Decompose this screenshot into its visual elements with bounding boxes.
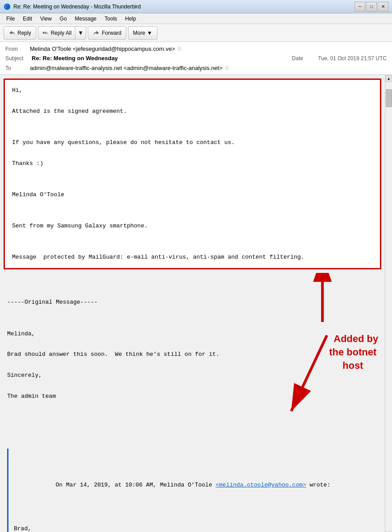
menu-file[interactable]: File [3, 15, 18, 23]
menu-help[interactable]: Help [122, 15, 140, 23]
title-bar: Re: Re: Meeting on Wednesday - Mozilla T… [0, 0, 392, 13]
reply-button[interactable]: Reply [4, 26, 36, 40]
reply-all-label: Reply All [51, 30, 72, 36]
more-label: More [133, 30, 145, 36]
subject-value: Re: Re: Meeting on Wednesday [32, 55, 118, 62]
menu-tools[interactable]: Tools [101, 15, 121, 23]
window-title: Re: Re: Meeting on Wednesday - Mozilla T… [13, 4, 141, 10]
from-value: Melinda O'Toole <jefeseguridad@hippocamp… [30, 45, 387, 52]
to-label: To [5, 65, 30, 71]
email-content: Hi, Attached is the signed agreement. If… [0, 75, 385, 532]
subject-label: Subject [5, 55, 30, 62]
reply-all-dropdown[interactable]: ▼ [75, 26, 86, 40]
reply-all-button[interactable]: Reply All [38, 26, 75, 40]
more-button[interactable]: More ▼ [128, 26, 157, 40]
quoted-intro: On Mar 14, 2019, at 10:06 AM, Melinda O'… [14, 470, 378, 501]
menu-view[interactable]: View [37, 15, 55, 23]
menu-message[interactable]: Message [71, 15, 100, 23]
close-button[interactable]: ✕ [378, 2, 388, 12]
thunderbird-icon [4, 3, 11, 10]
forward-button[interactable]: Forward [88, 26, 126, 40]
email-body-original: -----Original Message----- Melinda, Brad… [0, 273, 385, 532]
menu-bar: File Edit View Go Message Tools Help [0, 13, 392, 24]
scrollbar: ▲ ▼ [385, 75, 392, 532]
reply-all-split: Reply All ▼ [38, 26, 87, 40]
main-layout: Hi, Attached is the signed agreement. If… [0, 75, 392, 532]
scroll-up-button[interactable]: ▲ [385, 75, 392, 82]
menu-edit[interactable]: Edit [19, 15, 36, 23]
quoted-block: On Mar 14, 2019, at 10:06 AM, Melinda O'… [7, 449, 378, 532]
to-value: admin@malware-traffic-analysis.net <admi… [30, 64, 387, 71]
original-message-header: -----Original Message----- [7, 297, 378, 307]
quoted-email-link[interactable]: <melinda.otoole@yahoo.com> [215, 482, 306, 488]
forward-icon [93, 29, 100, 37]
minimize-button[interactable]: ─ [355, 2, 365, 12]
more-dropdown-icon: ▼ [147, 30, 153, 36]
date-value: Tue, 01 Oct 2019 21:57 UTC [318, 55, 387, 62]
to-star-icon[interactable]: ☆ [224, 64, 230, 71]
restore-button[interactable]: □ [366, 2, 377, 12]
from-label: From [5, 46, 30, 52]
date-label: Date [292, 55, 316, 62]
content-with-scroll: Hi, Attached is the signed agreement. If… [0, 75, 392, 532]
svg-point-1 [6, 5, 8, 8]
menu-go[interactable]: Go [56, 15, 70, 23]
window-controls: ─ □ ✕ [355, 2, 388, 12]
title-bar-left: Re: Re: Meeting on Wednesday - Mozilla T… [4, 3, 141, 10]
email-body-highlighted: Hi, Attached is the signed agreement. If… [4, 78, 381, 269]
reply-label: Reply [17, 30, 31, 36]
forward-label: Forward [102, 30, 121, 36]
reply-all-icon [42, 29, 49, 37]
to-row: To admin@malware-traffic-analysis.net <a… [5, 63, 387, 73]
toolbar: Reply Reply All ▼ Forward More ▼ [0, 24, 392, 42]
from-star-icon[interactable]: ☆ [177, 45, 182, 52]
from-row: From Melinda O'Toole <jefeseguridad@hipp… [5, 44, 387, 54]
email-header: From Melinda O'Toole <jefeseguridad@hipp… [0, 42, 392, 75]
subject-row: Subject Re: Re: Meeting on Wednesday Dat… [5, 54, 387, 63]
original-body-text: Melinda, Brad should answer this soon. W… [7, 329, 378, 402]
reply-icon [8, 29, 16, 37]
scroll-thumb[interactable] [386, 89, 392, 107]
quoted-body-text: Brad, Are we still up for the marketing … [14, 524, 378, 532]
